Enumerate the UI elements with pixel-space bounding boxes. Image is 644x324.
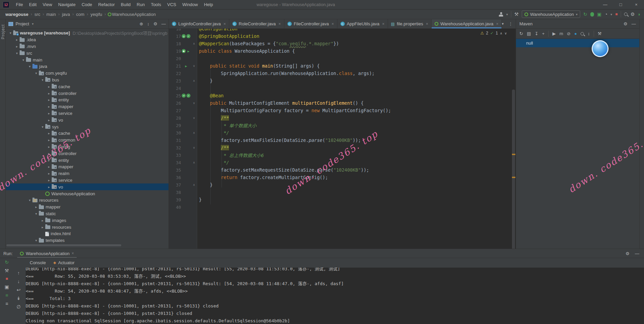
settings-icon[interactable]: ⚙ [153,21,157,26]
tree-collapse-arrow-icon[interactable]: ▸ [46,158,52,162]
breadcrumb-item-com[interactable]: com [75,12,85,17]
tree-collapse-arrow-icon[interactable]: ▸ [46,165,52,169]
spring-ok-icon[interactable]: ✓ [186,34,190,38]
tab-warehouseapplication-java[interactable]: WarehouseApplication.java× [432,19,502,28]
close-icon[interactable]: × [382,22,385,26]
code-line[interactable]: 36 return factory.createMultipartConfig(… [169,174,516,181]
warning-stripe-mark[interactable] [512,154,515,155]
fold-marker-icon[interactable]: ∨ [191,116,197,120]
search-icon[interactable] [581,32,584,35]
tree-collapse-arrow-icon[interactable]: ▸ [46,98,52,102]
run-configuration-select[interactable]: WarehouseApplication ▾ [522,10,581,18]
tree-expand-arrow-icon[interactable]: ▾ [33,212,39,216]
prev-issue-icon[interactable]: ∧ [500,31,502,35]
tree-collapse-arrow-icon[interactable]: ▸ [14,45,20,48]
offline-mode-icon[interactable]: ● [574,31,577,36]
breadcrumb-item-java[interactable]: java [61,12,71,17]
code-line[interactable]: 26∨ public MultipartConfigElement multip… [169,99,516,107]
next-issue-icon[interactable]: ∨ [505,31,507,35]
build-hammer-icon[interactable]: ⚒ [514,12,519,17]
tree-item-static[interactable]: ▾static [6,210,169,217]
tab-filecontroller-java[interactable]: CFileController.java× [284,19,337,28]
fold-marker-icon[interactable]: ∧ [191,42,197,45]
menu-edit[interactable]: Edit [26,2,40,7]
code-line[interactable]: 23∧ } [169,77,516,84]
close-icon[interactable]: × [332,22,334,26]
tab-appfileutils-java[interactable]: CAppFileUtils.java× [337,19,388,28]
tree-item-config[interactable]: ▸config [6,144,169,150]
more-options-kebab-icon[interactable]: ⋮ [509,21,513,26]
tree-item-com-yeqifu[interactable]: ▾com.yeqifu [6,70,169,77]
print-icon[interactable]: ≡ [5,301,8,306]
close-icon[interactable]: × [279,22,281,26]
code-line[interactable]: 40 [169,203,516,211]
code-line[interactable]: 16@Configuration [169,29,516,32]
tree-expand-arrow-icon[interactable]: ▾ [8,31,13,35]
tree-item-mvn[interactable]: ▸.mvn [6,43,169,50]
tree-item-resources[interactable]: ▾resources [6,197,169,204]
fold-marker-icon[interactable]: ∧ [191,131,197,134]
skip-tests-icon[interactable]: ⊘ [567,31,571,36]
floating-assistant-ball[interactable] [592,40,609,57]
menu-navigate[interactable]: Navigate [55,2,78,7]
close-icon[interactable]: × [224,22,226,26]
tree-expand-arrow-icon[interactable]: ▾ [40,78,45,82]
up-stack-icon[interactable]: ↑ [18,270,20,276]
plugin-icon[interactable]: ◗ [638,12,641,17]
fold-marker-icon[interactable]: ∨ [191,64,197,68]
tree-item-idea[interactable]: ▸.idea [6,36,169,43]
tree-expand-arrow-icon[interactable]: ▾ [27,65,32,68]
spring-bean-icon[interactable]: ● [182,49,186,53]
menu-run[interactable]: Run [134,2,148,7]
search-icon[interactable] [624,13,627,16]
tree-item-mapper[interactable]: ▸mapper [6,103,169,110]
editor-scrollbar[interactable] [512,90,515,249]
maven-settings-icon[interactable]: ⚒ [598,31,602,36]
view-tab-console[interactable]: Console [30,260,46,265]
tree-item-warehouseapplication[interactable]: WarehouseApplication [6,190,169,197]
code-line[interactable]: 33 * 总上传数据大小6 [169,151,516,159]
stop-icon[interactable]: ■ [615,12,618,16]
warning-stripe-mark[interactable] [512,177,515,178]
tree-collapse-arrow-icon[interactable]: ▸ [46,85,52,89]
menu-help[interactable]: Help [201,2,216,7]
fold-marker-icon[interactable]: ∧ [191,79,197,82]
down-stack-icon[interactable]: ↓ [18,279,20,284]
tree-collapse-arrow-icon[interactable]: ▸ [46,138,52,142]
minimize-button[interactable]: — [597,0,613,9]
code-line[interactable]: 27 MultipartConfigFactory factory = new … [169,107,516,114]
tree-item-templates[interactable]: ▾templates [6,237,169,244]
tree-collapse-arrow-icon[interactable]: ▸ [46,118,52,122]
tree-item-cache[interactable]: ▸cache [6,130,169,137]
code-line[interactable]: 17◎✓@SpringBootApplication [169,32,516,40]
code-line[interactable]: 22 SpringApplication.run(WarehouseApplic… [169,70,516,77]
close-icon[interactable]: × [496,22,498,26]
tree-collapse-arrow-icon[interactable]: ▸ [14,38,20,42]
tree-collapse-arrow-icon[interactable]: ▸ [46,152,52,155]
tree-item-controller[interactable]: ▸controller [6,90,169,97]
console-output[interactable]: DEBUG [http-nio-8888-exec-8] - {conn-100… [26,268,644,324]
view-tab-actuator[interactable]: ◈Actuator [53,260,75,265]
tree-collapse-arrow-icon[interactable]: ▸ [46,185,52,189]
tree-item-mapper[interactable]: ▸mapper [6,204,169,210]
tree-collapse-arrow-icon[interactable]: ▸ [46,178,52,182]
tree-expand-arrow-icon[interactable]: ▾ [40,125,45,129]
tree-item-java[interactable]: ▾java [6,63,169,70]
chevron-down-icon[interactable]: ▾ [611,13,612,16]
tree-item-entity[interactable]: ▸entity [6,97,169,103]
debug-icon[interactable] [590,12,594,17]
fold-marker-icon[interactable]: ∨ [191,146,197,149]
code-area[interactable]: 16@Configuration17◎✓@SpringBootApplicati… [169,29,516,249]
tree-item-service[interactable]: ▸service [6,177,169,184]
user-icon[interactable] [499,12,503,17]
breadcrumb-item-src[interactable]: src [34,12,41,17]
tree-expand-arrow-icon[interactable]: ▾ [14,51,20,55]
code-line[interactable]: 35 factory.setMaxRequestSize(DataSize.pa… [169,166,516,174]
pin-icon[interactable]: ≡ [5,293,8,298]
code-line[interactable]: 19●▶public class WarehouseApplication { [169,47,516,55]
tree-item-controller[interactable]: ▸controller [6,150,169,157]
code-line[interactable]: 31 factory.setMaxFileSize(DataSize.parse… [169,136,516,144]
menu-refactor[interactable]: Refactor [95,2,118,7]
rerun-icon[interactable]: ↻ [5,259,9,265]
tree-item-realm[interactable]: ▸realm [6,170,169,177]
